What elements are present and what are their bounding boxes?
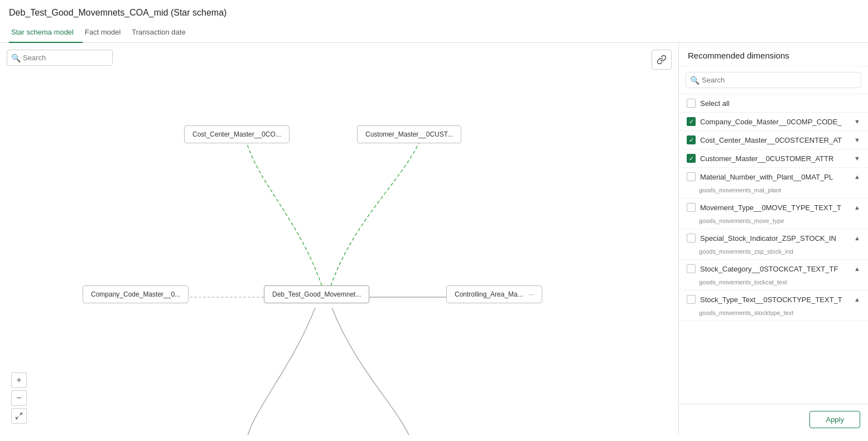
tab-fact-model[interactable]: Fact model <box>83 22 129 43</box>
fit-button[interactable] <box>11 408 27 424</box>
dim-checkbox-customer-master[interactable] <box>687 154 696 163</box>
select-all-row[interactable]: Select all <box>679 94 868 113</box>
dim-item-header-stock-category: Stock_Category__0STOCKCAT_TEXT_TF ▲ <box>679 260 868 278</box>
dim-item-header-cost-center: Cost_Center_Master__0COSTCENTER_AT ▼ <box>679 131 868 149</box>
tab-star-schema[interactable]: Star schema model <box>9 22 83 43</box>
dim-sub-stock-category: goods_movements_tockcat_text <box>679 278 868 290</box>
node-center[interactable]: Deb_Test_Good_Movemnet... <box>264 285 369 303</box>
svg-line-2 <box>20 413 22 415</box>
dim-item-special-stock: Special_Stock_Indicator_ZSP_STOCK_IN ▲ g… <box>679 229 868 260</box>
canvas-search-container: 🔍 <box>7 50 113 66</box>
page-title: Deb_Test_Good_Movemnets_COA_mid (Star sc… <box>0 0 868 22</box>
dim-chevron-cost-center[interactable]: ▼ <box>854 137 860 143</box>
node-cost-center[interactable]: Cost_Center_Master__0CO... <box>184 125 290 143</box>
panel-footer: Apply <box>679 404 868 435</box>
dim-sub-special-stock: goods_movements_zsp_stock_ind <box>679 247 868 259</box>
tab-transaction-date[interactable]: Transaction date <box>129 22 194 43</box>
connections-svg <box>0 43 678 435</box>
dim-label-company-code: Company_Code_Master__0COMP_CODE_ <box>700 118 850 126</box>
panel-search-input[interactable] <box>686 72 861 88</box>
dim-item-stock-type: Stock_Type_Text__0STOCKTYPE_TEXT_T ▲ goo… <box>679 290 868 321</box>
dim-item-header-special-stock: Special_Stock_Indicator_ZSP_STOCK_IN ▲ <box>679 229 868 247</box>
dim-item-header-customer-master: Customer_Master__0CUSTOMER_ATTR ▼ <box>679 149 868 167</box>
dim-chevron-special-stock[interactable]: ▲ <box>854 235 860 241</box>
select-all-checkbox[interactable] <box>687 99 696 108</box>
panel-search-icon: 🔍 <box>690 76 700 85</box>
dim-item-header-company-code: Company_Code_Master__0COMP_CODE_ ▼ <box>679 113 868 130</box>
fit-icon <box>15 412 23 420</box>
panel-search-container: 🔍 <box>679 66 868 94</box>
node-controlling-area[interactable]: Controlling_Area_Ma... ··· <box>446 285 542 303</box>
zoom-out-button[interactable]: − <box>11 390 27 406</box>
dim-chevron-material-number[interactable]: ▲ <box>854 173 860 180</box>
dim-checkbox-material-number[interactable] <box>687 172 696 181</box>
link-icon-button[interactable] <box>652 50 672 70</box>
zoom-controls: + − <box>11 372 27 424</box>
dim-checkbox-cost-center[interactable] <box>687 135 696 144</box>
node-company-code[interactable]: Company_Code_Master__0... <box>83 285 189 303</box>
dim-label-special-stock: Special_Stock_Indicator_ZSP_STOCK_IN <box>700 234 850 243</box>
dim-label-movement-type: Movement_Type__0MOVE_TYPE_TEXT_T <box>700 203 850 212</box>
svg-line-3 <box>16 416 18 419</box>
canvas-search-icon: 🔍 <box>11 54 21 62</box>
panel-title: Recommended dimensions <box>679 43 868 66</box>
canvas-area: 🔍 Cost_Center_Master__0CO. <box>0 43 678 435</box>
dim-item-header-stock-type: Stock_Type_Text__0STOCKTYPE_TEXT_T ▲ <box>679 290 868 308</box>
dim-item-header-movement-type: Movement_Type__0MOVE_TYPE_TEXT_T ▲ <box>679 198 868 216</box>
dim-item-customer-master: Customer_Master__0CUSTOMER_ATTR ▼ <box>679 149 868 168</box>
select-all-label: Select all <box>700 99 730 108</box>
dim-chevron-movement-type[interactable]: ▲ <box>854 204 860 211</box>
node-customer-master[interactable]: Customer_Master__0CUST... <box>357 125 461 143</box>
dimensions-list: Company_Code_Master__0COMP_CODE_ ▼ Cost_… <box>679 113 868 404</box>
link-icon <box>657 55 667 65</box>
dim-label-cost-center: Cost_Center_Master__0COSTCENTER_AT <box>700 136 850 144</box>
dim-item-cost-center: Cost_Center_Master__0COSTCENTER_AT ▼ <box>679 131 868 149</box>
dim-sub-movement-type: goods_movements_move_type <box>679 216 868 229</box>
dim-checkbox-company-code[interactable] <box>687 117 696 126</box>
right-panel: Recommended dimensions 🔍 Select all Comp… <box>678 43 868 435</box>
dim-item-header-material-number: Material_Number_with_Plant__0MAT_PL ▲ <box>679 168 868 186</box>
dim-sub-material-number: goods_movements_mat_plant <box>679 186 868 198</box>
dim-checkbox-movement-type[interactable] <box>687 203 696 212</box>
dim-sub-stock-type: goods_movements_stocktype_text <box>679 308 868 321</box>
dim-label-customer-master: Customer_Master__0CUSTOMER_ATTR <box>700 154 850 163</box>
zoom-in-button[interactable]: + <box>11 372 27 388</box>
dim-chevron-customer-master[interactable]: ▼ <box>854 155 860 162</box>
tabs-bar: Star schema model Fact model Transaction… <box>0 22 868 43</box>
dim-item-movement-type: Movement_Type__0MOVE_TYPE_TEXT_T ▲ goods… <box>679 198 868 229</box>
dim-item-company-code: Company_Code_Master__0COMP_CODE_ ▼ <box>679 113 868 131</box>
dim-label-stock-type: Stock_Type_Text__0STOCKTYPE_TEXT_T <box>700 295 850 304</box>
main-layout: 🔍 Cost_Center_Master__0CO. <box>0 43 868 435</box>
dim-item-stock-category: Stock_Category__0STOCKCAT_TEXT_TF ▲ good… <box>679 260 868 290</box>
dim-checkbox-stock-category[interactable] <box>687 264 696 273</box>
dim-checkbox-stock-type[interactable] <box>687 295 696 304</box>
controlling-area-dots[interactable]: ··· <box>528 290 534 298</box>
dim-chevron-stock-category[interactable]: ▲ <box>854 265 860 272</box>
apply-button[interactable]: Apply <box>809 411 860 428</box>
dim-chevron-stock-type[interactable]: ▲ <box>854 296 860 303</box>
dim-chevron-company-code[interactable]: ▼ <box>854 118 860 125</box>
dim-checkbox-special-stock[interactable] <box>687 234 696 243</box>
dim-item-material-number: Material_Number_with_Plant__0MAT_PL ▲ go… <box>679 168 868 198</box>
dim-label-stock-category: Stock_Category__0STOCKCAT_TEXT_TF <box>700 265 850 273</box>
dim-label-material-number: Material_Number_with_Plant__0MAT_PL <box>700 173 850 181</box>
canvas-search-input[interactable] <box>7 50 113 66</box>
